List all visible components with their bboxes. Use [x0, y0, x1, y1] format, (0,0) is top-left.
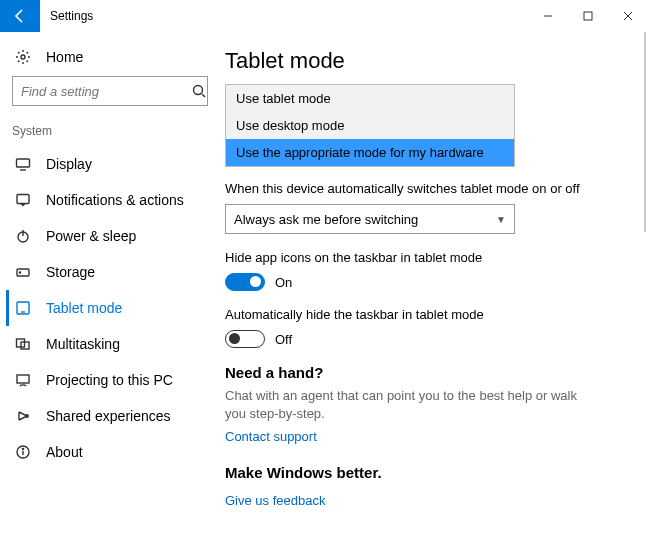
- nav-label: Tablet mode: [46, 300, 122, 316]
- main-content: Tablet mode Use tablet mode Use desktop …: [225, 32, 648, 549]
- svg-rect-1: [584, 12, 592, 20]
- nav-label: Storage: [46, 264, 95, 280]
- nav-label: Multitasking: [46, 336, 120, 352]
- tablet-icon: [14, 299, 32, 317]
- notifications-icon: [14, 191, 32, 209]
- auto-switch-label: When this device automatically switches …: [225, 181, 632, 196]
- sidebar-item-about[interactable]: About: [12, 434, 225, 470]
- toggle-state: On: [275, 275, 292, 290]
- sidebar-item-shared[interactable]: Shared experiences: [12, 398, 225, 434]
- svg-rect-18: [17, 375, 29, 383]
- sidebar-item-multitasking[interactable]: Multitasking: [12, 326, 225, 362]
- nav-label: Projecting to this PC: [46, 372, 173, 388]
- close-button[interactable]: [608, 0, 648, 32]
- dropdown-option[interactable]: Use tablet mode: [226, 85, 514, 112]
- page-heading: Tablet mode: [225, 48, 632, 74]
- multitasking-icon: [14, 335, 32, 353]
- sidebar-item-display[interactable]: Display: [12, 146, 225, 182]
- sidebar: Home System Display Notifications & acti…: [0, 32, 225, 549]
- window-controls: [528, 0, 648, 32]
- hide-taskbar-toggle[interactable]: [225, 330, 265, 348]
- nav-label: Power & sleep: [46, 228, 136, 244]
- sidebar-item-tablet-mode[interactable]: Tablet mode: [6, 290, 225, 326]
- svg-rect-7: [17, 159, 30, 167]
- search-input[interactable]: [21, 84, 190, 99]
- sidebar-item-notifications[interactable]: Notifications & actions: [12, 182, 225, 218]
- dropdown-option-selected[interactable]: Use the appropriate mode for my hardware: [226, 139, 514, 166]
- svg-line-6: [202, 94, 205, 97]
- select-value: Always ask me before switching: [234, 212, 418, 227]
- storage-icon: [14, 263, 32, 281]
- svg-point-4: [21, 55, 25, 59]
- display-icon: [14, 155, 32, 173]
- minimize-button[interactable]: [528, 0, 568, 32]
- sidebar-item-projecting[interactable]: Projecting to this PC: [12, 362, 225, 398]
- sidebar-item-power[interactable]: Power & sleep: [12, 218, 225, 254]
- gear-icon: [14, 48, 32, 66]
- nav-label: Notifications & actions: [46, 192, 184, 208]
- sidebar-home[interactable]: Home: [12, 42, 225, 76]
- help-heading: Need a hand?: [225, 364, 632, 381]
- nav-label: Shared experiences: [46, 408, 171, 424]
- auto-switch-select[interactable]: Always ask me before switching ▼: [225, 204, 515, 234]
- search-icon: [190, 82, 208, 100]
- back-button[interactable]: [0, 0, 40, 32]
- scrollbar[interactable]: [644, 32, 646, 232]
- nav-label: About: [46, 444, 83, 460]
- search-box[interactable]: [12, 76, 208, 106]
- sidebar-group-label: System: [12, 124, 225, 138]
- help-text: Chat with an agent that can point you to…: [225, 387, 585, 423]
- toggle-state: Off: [275, 332, 292, 347]
- maximize-button[interactable]: [568, 0, 608, 32]
- sidebar-item-storage[interactable]: Storage: [12, 254, 225, 290]
- mode-dropdown-open[interactable]: Use tablet mode Use desktop mode Use the…: [225, 84, 515, 167]
- feedback-link[interactable]: Give us feedback: [225, 493, 325, 508]
- sidebar-home-label: Home: [46, 49, 83, 65]
- power-icon: [14, 227, 32, 245]
- contact-support-link[interactable]: Contact support: [225, 429, 317, 444]
- hide-taskbar-label: Automatically hide the taskbar in tablet…: [225, 307, 632, 322]
- hide-icons-toggle[interactable]: [225, 273, 265, 291]
- svg-rect-9: [17, 195, 29, 204]
- info-icon: [14, 443, 32, 461]
- hide-icons-label: Hide app icons on the taskbar in tablet …: [225, 250, 632, 265]
- window-title: Settings: [50, 9, 528, 23]
- dropdown-option[interactable]: Use desktop mode: [226, 112, 514, 139]
- svg-point-22: [22, 448, 23, 449]
- feedback-heading: Make Windows better.: [225, 464, 632, 481]
- titlebar: Settings: [0, 0, 648, 32]
- svg-point-13: [19, 272, 20, 273]
- nav-label: Display: [46, 156, 92, 172]
- svg-point-5: [194, 86, 203, 95]
- shared-icon: [14, 407, 32, 425]
- chevron-down-icon: ▼: [496, 214, 506, 225]
- projecting-icon: [14, 371, 32, 389]
